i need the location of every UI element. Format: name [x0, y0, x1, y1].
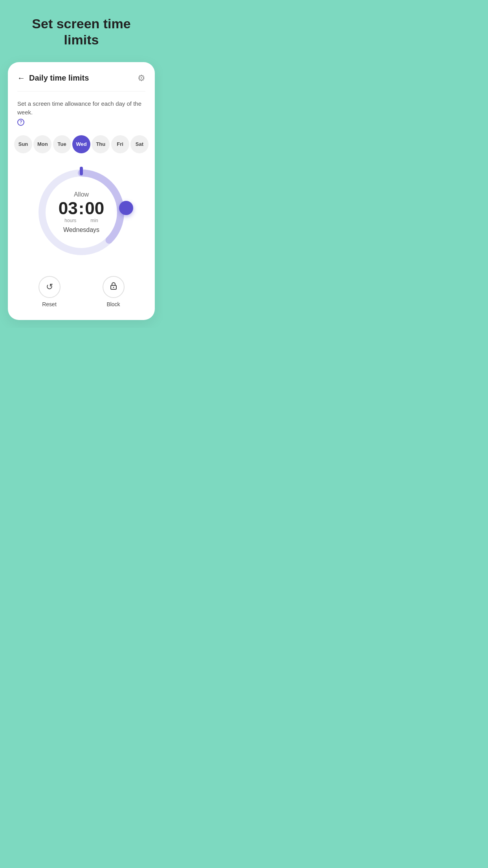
minutes-display: 00: [85, 200, 104, 217]
back-button[interactable]: ←: [17, 74, 25, 83]
time-labels: hours min: [59, 218, 105, 223]
card-header: ← Daily time limits ⚙: [17, 73, 145, 83]
reset-label: Reset: [42, 301, 57, 307]
timer-thumb-top: [80, 167, 83, 175]
gear-icon[interactable]: ⚙: [138, 73, 145, 83]
reset-icon: ↺: [46, 282, 53, 292]
help-icon[interactable]: ?: [17, 119, 24, 126]
block-button[interactable]: Block: [103, 276, 125, 307]
min-label: min: [90, 218, 98, 223]
day-btn-tue[interactable]: Tue: [53, 135, 71, 153]
day-btn-sat[interactable]: Sat: [130, 135, 149, 153]
day-selector: Sun Mon Tue Wed Thu Fri Sat: [14, 135, 149, 153]
description-text: Set a screen time allowance for each day…: [17, 99, 145, 126]
timer-section: Allow 03:00 hours min Wednesdays: [17, 165, 145, 259]
allow-label: Allow: [59, 191, 105, 198]
block-label: Block: [106, 301, 120, 307]
colon-display: :: [79, 200, 84, 217]
time-display: 03:00: [59, 200, 105, 217]
day-btn-fri[interactable]: Fri: [111, 135, 129, 153]
lock-icon: [109, 281, 118, 292]
timer-handle[interactable]: [119, 201, 133, 215]
day-btn-sun[interactable]: Sun: [14, 135, 32, 153]
timer-center: Allow 03:00 hours min Wednesdays: [59, 191, 105, 234]
page-title: Set screen time limits: [32, 16, 130, 62]
card: ← Daily time limits ⚙ Set a screen time …: [8, 62, 155, 320]
svg-point-3: [113, 287, 114, 288]
timer-circle[interactable]: Allow 03:00 hours min Wednesdays: [34, 165, 128, 259]
block-icon-circle: [103, 276, 125, 298]
action-row: ↺ Reset Block: [17, 272, 145, 307]
hours-display: 03: [59, 200, 78, 217]
day-name-display: Wednesdays: [59, 226, 105, 234]
card-title: Daily time limits: [29, 74, 89, 83]
reset-icon-circle: ↺: [39, 276, 61, 298]
day-btn-wed[interactable]: Wed: [72, 135, 90, 153]
day-btn-thu[interactable]: Thu: [92, 135, 110, 153]
hours-label: hours: [64, 218, 76, 223]
reset-button[interactable]: ↺ Reset: [39, 276, 61, 307]
header-left: ← Daily time limits: [17, 74, 89, 83]
day-btn-mon[interactable]: Mon: [33, 135, 51, 153]
divider: [17, 91, 145, 92]
